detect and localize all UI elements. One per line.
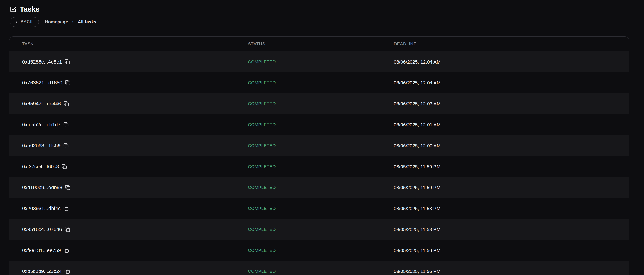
- copy-icon[interactable]: [63, 206, 68, 211]
- copy-icon[interactable]: [64, 269, 70, 274]
- status-badge: COMPLETED: [248, 248, 276, 253]
- back-button-label: BACK: [21, 19, 33, 24]
- task-hash: 0xd190b9...edb98: [22, 185, 62, 191]
- status-cell: COMPLETED: [248, 227, 394, 232]
- task-hash: 0x65947f...da446: [22, 101, 61, 107]
- column-header-task: TASK: [22, 41, 248, 46]
- table-row[interactable]: 0xfeab2c...eb1d7 COMPLETED 08/06/2025, 1…: [9, 114, 629, 135]
- table-row[interactable]: 0xb5c2b9...23c24 COMPLETED 08/05/2025, 1…: [9, 261, 629, 275]
- copy-icon[interactable]: [64, 101, 69, 106]
- task-hash: 0xf9e131...ee759: [22, 248, 61, 253]
- deadline-text: 08/05/2025, 11:56 PM: [394, 269, 440, 274]
- deadline-text: 08/06/2025, 12:00 AM: [394, 143, 441, 148]
- table-row[interactable]: 0x763621...d1680 COMPLETED 08/06/2025, 1…: [9, 72, 629, 93]
- task-hash: 0x763621...d1680: [22, 80, 62, 86]
- deadline-cell: 08/05/2025, 11:58 PM: [394, 206, 616, 211]
- task-hash: 0xd5256c...4e8e1: [22, 59, 62, 65]
- task-cell: 0xfeab2c...eb1d7: [22, 122, 248, 128]
- column-header-status: STATUS: [248, 41, 394, 46]
- deadline-text: 08/06/2025, 12:01 AM: [394, 122, 441, 127]
- back-button[interactable]: BACK: [10, 17, 39, 27]
- task-cell: 0x763621...d1680: [22, 80, 248, 86]
- task-cell: 0x9516c4...07646: [22, 227, 248, 233]
- status-badge: COMPLETED: [248, 269, 276, 274]
- copy-icon[interactable]: [63, 143, 68, 148]
- status-cell: COMPLETED: [248, 80, 394, 85]
- table-body: 0xd5256c...4e8e1 COMPLETED 08/06/2025, 1…: [9, 51, 629, 275]
- deadline-text: 08/06/2025, 12:04 AM: [394, 59, 441, 64]
- copy-icon[interactable]: [65, 227, 70, 232]
- copy-icon[interactable]: [62, 164, 67, 169]
- chevron-right-icon: ›: [72, 19, 74, 24]
- status-cell: COMPLETED: [248, 206, 394, 211]
- status-cell: COMPLETED: [248, 122, 394, 127]
- column-header-deadline: DEADLINE: [394, 41, 616, 46]
- task-cell: 0x203931...dbf4c: [22, 206, 248, 212]
- deadline-cell: 08/05/2025, 11:59 PM: [394, 185, 616, 190]
- deadline-text: 08/06/2025, 12:03 AM: [394, 101, 441, 106]
- deadline-text: 08/05/2025, 11:59 PM: [394, 164, 440, 169]
- table-row[interactable]: 0x203931...dbf4c COMPLETED 08/05/2025, 1…: [9, 198, 629, 219]
- task-hash: 0x203931...dbf4c: [22, 206, 60, 212]
- table-row[interactable]: 0x65947f...da446 COMPLETED 08/06/2025, 1…: [9, 93, 629, 114]
- status-cell: COMPLETED: [248, 59, 394, 64]
- table-row[interactable]: 0xf37ce4...f60c8 COMPLETED 08/05/2025, 1…: [9, 156, 629, 177]
- task-hash: 0x562b63...1fc59: [22, 143, 60, 149]
- task-hash: 0xf37ce4...f60c8: [22, 164, 59, 170]
- tasks-table-card: TASK STATUS DEADLINE 0xd5256c...4e8e1 CO…: [9, 36, 629, 275]
- status-cell: COMPLETED: [248, 269, 394, 274]
- task-cell: 0xb5c2b9...23c24: [22, 269, 248, 274]
- deadline-text: 08/06/2025, 12:04 AM: [394, 80, 441, 85]
- check-square-icon: [10, 6, 16, 12]
- task-hash: 0xfeab2c...eb1d7: [22, 122, 60, 128]
- status-cell: COMPLETED: [248, 143, 394, 148]
- table-row[interactable]: 0xf9e131...ee759 COMPLETED 08/05/2025, 1…: [9, 240, 629, 261]
- deadline-cell: 08/06/2025, 12:03 AM: [394, 101, 616, 107]
- deadline-cell: 08/05/2025, 11:56 PM: [394, 248, 616, 253]
- table-row[interactable]: 0x9516c4...07646 COMPLETED 08/05/2025, 1…: [9, 219, 629, 240]
- deadline-text: 08/05/2025, 11:58 PM: [394, 227, 440, 232]
- deadline-cell: 08/06/2025, 12:01 AM: [394, 122, 616, 127]
- status-badge: COMPLETED: [248, 143, 276, 148]
- task-cell: 0xd5256c...4e8e1: [22, 59, 248, 65]
- task-cell: 0x562b63...1fc59: [22, 143, 248, 149]
- task-cell: 0xf9e131...ee759: [22, 248, 248, 253]
- copy-icon[interactable]: [65, 80, 70, 85]
- deadline-cell: 08/06/2025, 12:00 AM: [394, 143, 616, 148]
- status-cell: COMPLETED: [248, 101, 394, 106]
- table-row[interactable]: 0x562b63...1fc59 COMPLETED 08/06/2025, 1…: [9, 135, 629, 156]
- deadline-cell: 08/06/2025, 12:04 AM: [394, 80, 616, 86]
- page-title: Tasks: [20, 5, 40, 13]
- title-row: Tasks: [10, 4, 644, 15]
- breadcrumb-homepage[interactable]: Homepage: [45, 19, 68, 24]
- copy-icon[interactable]: [65, 59, 70, 64]
- status-badge: COMPLETED: [248, 227, 276, 232]
- task-cell: 0x65947f...da446: [22, 101, 248, 107]
- chevron-left-icon: [14, 20, 18, 24]
- status-badge: COMPLETED: [248, 122, 276, 127]
- table-row[interactable]: 0xd190b9...edb98 COMPLETED 08/05/2025, 1…: [9, 177, 629, 198]
- status-badge: COMPLETED: [248, 101, 276, 106]
- breadcrumb: Homepage › All tasks: [45, 19, 96, 24]
- deadline-cell: 08/05/2025, 11:58 PM: [394, 227, 616, 232]
- page-header: Tasks BACK Homepage › All tasks: [0, 0, 644, 27]
- task-hash: 0x9516c4...07646: [22, 227, 62, 233]
- breadcrumb-row: BACK Homepage › All tasks: [10, 17, 644, 27]
- status-badge: COMPLETED: [248, 59, 276, 64]
- copy-icon[interactable]: [64, 248, 69, 253]
- deadline-text: 08/05/2025, 11:58 PM: [394, 206, 440, 211]
- table-header-row: TASK STATUS DEADLINE: [9, 37, 629, 51]
- task-hash: 0xb5c2b9...23c24: [22, 269, 62, 274]
- table-row[interactable]: 0xd5256c...4e8e1 COMPLETED 08/06/2025, 1…: [9, 51, 629, 72]
- deadline-text: 08/05/2025, 11:56 PM: [394, 248, 440, 253]
- status-badge: COMPLETED: [248, 80, 276, 85]
- breadcrumb-all-tasks[interactable]: All tasks: [78, 19, 96, 24]
- status-cell: COMPLETED: [248, 164, 394, 169]
- status-badge: COMPLETED: [248, 164, 276, 169]
- copy-icon[interactable]: [65, 185, 70, 190]
- status-cell: COMPLETED: [248, 185, 394, 190]
- deadline-cell: 08/05/2025, 11:56 PM: [394, 269, 616, 274]
- copy-icon[interactable]: [63, 122, 68, 127]
- deadline-text: 08/05/2025, 11:59 PM: [394, 185, 440, 190]
- status-badge: COMPLETED: [248, 185, 276, 190]
